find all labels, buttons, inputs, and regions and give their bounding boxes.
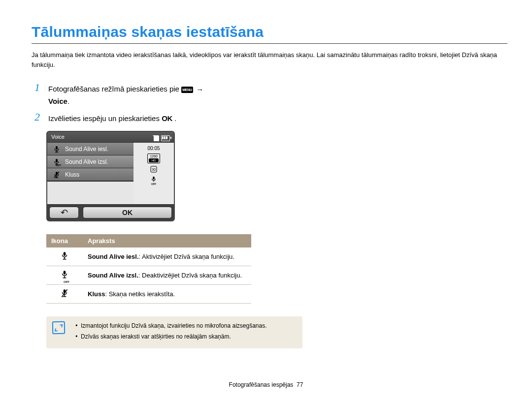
step1-dot: .: [67, 97, 69, 105]
footer-section: Fotografēšanas iespējas: [229, 381, 294, 388]
camera-header-right: [154, 134, 170, 142]
page-title: Tālummaiņas skaņas iestatīšana: [32, 24, 507, 40]
step-text: Fotografēšanas režīmā pieskarieties pie …: [48, 83, 204, 107]
note-bullet: Dzīvās skaņas ieraksti var atšķirties no…: [81, 332, 267, 341]
arrow-icon: →: [195, 85, 204, 93]
svg-rect-3: [56, 159, 58, 162]
step-text: Izvēlieties iespēju un pieskarieties OK …: [48, 113, 176, 124]
icon-mute: [46, 285, 83, 304]
camera-item-label: Sound Alive iesl.: [65, 146, 108, 153]
steps-list: 1 Fotografēšanas režīmā pieskarieties pi…: [34, 83, 507, 124]
battery-icon: [161, 135, 170, 141]
step-number: 1: [34, 82, 45, 93]
table-row: Sound Alive iesl.: Aktivizējiet Dzīvā sk…: [46, 247, 251, 266]
mic-on-icon: [53, 146, 60, 153]
svg-rect-14: [64, 252, 66, 256]
note-icon: ⌞⌝: [52, 321, 65, 334]
camera-preview: Voice Sound Alive iesl. OFF: [46, 131, 175, 221]
resolution-badge: 1280 HD: [147, 154, 160, 163]
mic-mute-icon: [53, 171, 60, 178]
note-bullet: Izmantojot funkciju Dzīvā skaņa, izvairi…: [81, 321, 267, 331]
camera-body: Sound Alive iesl. OFF Sound Alive izsl. …: [47, 143, 174, 208]
svg-text:30: 30: [152, 168, 156, 171]
camera-header-title: Voice: [51, 134, 65, 142]
svg-rect-12: [153, 177, 154, 180]
table-row: Kluss: Skaņa netiks ierakstīta.: [46, 285, 251, 304]
footer-page: 77: [297, 381, 303, 388]
sd-card-icon: [154, 135, 159, 141]
camera-menu-list: Sound Alive iesl. OFF Sound Alive izsl. …: [47, 143, 134, 181]
camera-item-label: Sound Alive izsl.: [65, 158, 108, 165]
page-footer: Fotografēšanas iespējas 77: [0, 381, 532, 388]
manual-page: Tālummaiņas skaņas iestatīšana Ja tālumm…: [0, 0, 532, 401]
camera-item-label: Kluss: [65, 171, 79, 178]
row-desc: Sound Alive iesl.: Aktivizējiet Dzīvā sk…: [83, 247, 251, 266]
step2-text: Izvēlieties iespēju un pieskarieties: [48, 114, 162, 123]
camera-item-sound-on[interactable]: Sound Alive iesl.: [47, 143, 133, 155]
icon-sound-on: [46, 247, 83, 266]
menu-icon: MENU: [181, 87, 193, 93]
intro-text: Ja tālummaiņa tiek izmantota video ierak…: [32, 50, 507, 69]
svg-rect-0: [56, 146, 58, 150]
step-number: 2: [34, 112, 45, 123]
icon-sound-off: OFF: [46, 266, 83, 285]
camera-item-mute[interactable]: Kluss: [47, 168, 133, 181]
mic-off-icon: OFF: [53, 158, 60, 165]
ok-button[interactable]: OK: [83, 207, 172, 218]
camera-footer: ↶ OK: [47, 204, 174, 220]
step2-dot: .: [172, 114, 176, 123]
note-box: ⌞⌝ Izmantojot funkciju Dzīvā skaņa, izva…: [46, 316, 302, 348]
record-time: 00:05: [147, 146, 160, 151]
sound-off-indicator: OFF: [151, 176, 157, 185]
camera-list-padding: [47, 181, 133, 208]
resolution-value: 1280: [148, 154, 160, 158]
fps-icon: 30: [150, 166, 157, 174]
camera-info-panel: 00:05 1280 HD 30 OFF: [133, 143, 174, 208]
row-desc: Sound Alive izsl.: Deaktivizējiet Dzīvā …: [83, 266, 251, 285]
description-table: Ikona Apraksts Sound Alive iesl.: Aktivi…: [46, 234, 251, 304]
th-desc: Apraksts: [83, 234, 251, 247]
ok-icon: OK: [162, 114, 172, 123]
camera-header: Voice: [47, 132, 174, 143]
hd-label: HD: [149, 158, 159, 162]
off-label: OFF: [151, 183, 157, 185]
svg-rect-17: [64, 271, 66, 275]
back-button[interactable]: ↶: [49, 207, 79, 218]
th-icon: Ikona: [46, 234, 83, 247]
step-2: 2 Izvēlieties iespēju un pieskarieties O…: [34, 113, 507, 124]
note-list: Izmantojot funkciju Dzīvā skaņa, izvairi…: [73, 321, 267, 342]
step1-voice: Voice: [48, 97, 67, 105]
step1-pre: Fotografēšanas režīmā pieskarieties pie: [48, 85, 181, 93]
row-desc: Kluss: Skaņa netiks ierakstīta.: [83, 285, 251, 304]
table-row: OFF Sound Alive izsl.: Deaktivizējiet Dz…: [46, 266, 251, 285]
camera-item-sound-off[interactable]: OFF Sound Alive izsl.: [47, 155, 133, 168]
title-rule: [32, 43, 507, 44]
step-1: 1 Fotografēšanas režīmā pieskarieties pi…: [34, 83, 507, 107]
